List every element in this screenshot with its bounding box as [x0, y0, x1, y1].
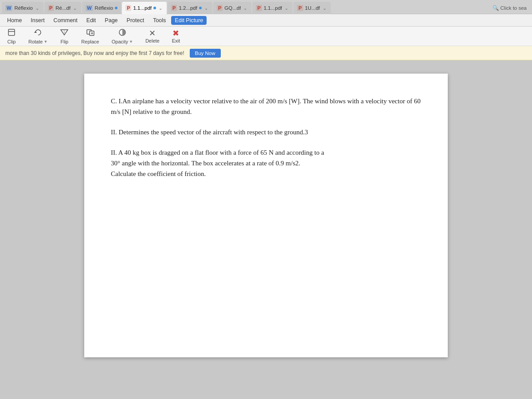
- exit-label: Exit: [172, 38, 180, 43]
- paragraph-4: 30° angle with the horizontal. The box a…: [111, 160, 300, 167]
- svg-rect-0: [8, 29, 15, 35]
- menu-edit[interactable]: Edit: [83, 16, 100, 25]
- rotate-button[interactable]: Rotate ▼: [26, 27, 50, 45]
- paragraph-2: II. Determines the speed vector of the a…: [111, 127, 421, 137]
- tab-dot-pdf3: [199, 7, 202, 9]
- exit-button[interactable]: ✖ Exit: [169, 28, 183, 44]
- menu-bar: Home Insert Comment Edit Page Protect To…: [0, 14, 532, 27]
- flip-icon: [60, 28, 69, 38]
- rotate-group: Rotate ▼: [26, 27, 50, 45]
- tab-label-word2: Réflexio: [95, 5, 113, 11]
- paragraph-1: C. I.An airplane has a velocity vector r…: [111, 96, 421, 117]
- search-icon: 🔍: [493, 5, 499, 11]
- clip-label: Clip: [8, 39, 16, 44]
- section-1: C. I.An airplane has a velocity vector r…: [111, 96, 421, 117]
- tab-icon-word2: W: [86, 5, 93, 11]
- menu-page[interactable]: Page: [101, 16, 121, 25]
- opacity-dropdown-arrow: ▼: [129, 39, 133, 44]
- rotate-icon: [34, 28, 43, 38]
- tab-label-pdf4: GQ...df: [224, 5, 241, 11]
- tab-icon-pdf2: P: [125, 5, 131, 11]
- tab-close-pdf5[interactable]: ⌄: [284, 5, 289, 11]
- section-2: II. Determines the speed vector of the a…: [111, 127, 421, 137]
- promo-bar: more than 30 kinds of privileges, Buy no…: [0, 46, 532, 60]
- replace-icon: [86, 28, 95, 38]
- rotate-label: Rotate ▼: [28, 39, 47, 44]
- tab-close-pdf4[interactable]: ⌄: [243, 5, 248, 11]
- document-content: C. I.An airplane has a velocity vector r…: [111, 96, 421, 179]
- replace-button[interactable]: Replace: [78, 27, 102, 45]
- tab-icon-pdf5: P: [256, 5, 262, 11]
- tab-pdf4[interactable]: PGQ...df⌄: [213, 2, 251, 14]
- flip-label: Flip: [60, 39, 68, 44]
- tab-close-word1[interactable]: ⌄: [35, 5, 40, 11]
- tab-pdf6[interactable]: P1U...df⌄: [293, 2, 330, 14]
- delete-label: Delete: [145, 38, 160, 43]
- opacity-label: Opacity ▼: [112, 39, 133, 44]
- replace-label: Replace: [81, 39, 99, 44]
- search-tab-label: Click to sea: [501, 5, 527, 11]
- menu-home[interactable]: Home: [4, 16, 25, 25]
- tab-label-word1: Réflexio: [14, 5, 33, 11]
- paragraph-3: I​I. A 40 kg box is dragged on a flat fl…: [111, 147, 421, 179]
- opacity-icon: [118, 28, 127, 38]
- tab-close-pdf6[interactable]: ⌄: [322, 5, 327, 11]
- tab-close-pdf1[interactable]: ⌄: [72, 5, 78, 11]
- opacity-group: Opacity ▼: [109, 27, 136, 45]
- tab-icon-pdf6: P: [297, 5, 303, 11]
- rotate-dropdown-arrow: ▼: [43, 39, 47, 44]
- tab-label-pdf6: 1U...df: [305, 5, 320, 11]
- document-area: C. I.An airplane has a velocity vector r…: [0, 60, 532, 399]
- clip-button[interactable]: Clip: [4, 27, 19, 45]
- buy-now-button[interactable]: Buy Now: [190, 49, 221, 58]
- promo-text: more than 30 kinds of privileges, Buy no…: [5, 50, 184, 56]
- tab-icon-pdf3: P: [171, 5, 177, 11]
- tab-label-pdf5: 1.1...pdf: [264, 5, 282, 11]
- menu-tools[interactable]: Tools: [149, 16, 169, 25]
- menu-comment[interactable]: Comment: [50, 16, 81, 25]
- flip-button[interactable]: Flip: [57, 27, 71, 45]
- document-page: C. I.An airplane has a velocity vector r…: [84, 74, 448, 357]
- tab-word2[interactable]: WRéflexio: [82, 2, 121, 14]
- tab-close-pdf2[interactable]: ⌄: [158, 5, 163, 11]
- tab-icon-pdf1: P: [48, 5, 54, 11]
- tab-dot-word2: [115, 7, 117, 9]
- opacity-button[interactable]: Opacity ▼: [109, 27, 136, 45]
- paragraph-5: Calculate the coefficient of friction.: [111, 170, 206, 177]
- exit-icon: ✖: [172, 29, 179, 37]
- tab-pdf2[interactable]: P1.1...pdf⌄: [122, 2, 167, 14]
- tab-label-pdf2: 1.1...pdf: [133, 5, 152, 11]
- tab-label-pdf3: 1.2...pdf: [179, 5, 197, 11]
- tab-icon-word1: W: [5, 5, 12, 11]
- delete-button[interactable]: ✕ Delete: [143, 28, 162, 44]
- tab-pdf5[interactable]: P1.1...pdf⌄: [252, 2, 293, 14]
- svg-marker-2: [34, 31, 37, 33]
- tab-dot-pdf2: [153, 7, 156, 9]
- tab-bar: WRéflexio⌄PRé...df⌄WRéflexioP1.1...pdf⌄P…: [0, 0, 532, 14]
- menu-protect[interactable]: Protect: [123, 16, 148, 25]
- tab-pdf3[interactable]: P1.2...pdf⌄: [168, 2, 212, 14]
- section-3: I​I. A 40 kg box is dragged on a flat fl…: [111, 147, 421, 179]
- clip-icon: [7, 28, 16, 38]
- tab-close-pdf3[interactable]: ⌄: [203, 5, 209, 11]
- delete-icon: ✕: [149, 29, 156, 37]
- tab-word1[interactable]: WRéflexio⌄: [2, 2, 43, 14]
- search-tab[interactable]: 🔍 Click to sea: [489, 2, 530, 14]
- menu-insert[interactable]: Insert: [27, 16, 48, 25]
- menu-edit-picture[interactable]: Edit Picture: [171, 16, 207, 25]
- tab-label-pdf1: Ré...df: [55, 5, 70, 11]
- tab-icon-pdf4: P: [217, 5, 223, 11]
- tab-pdf1[interactable]: PRé...df⌄: [44, 2, 81, 14]
- toolbar: Clip Rotate ▼ Flip: [0, 27, 532, 46]
